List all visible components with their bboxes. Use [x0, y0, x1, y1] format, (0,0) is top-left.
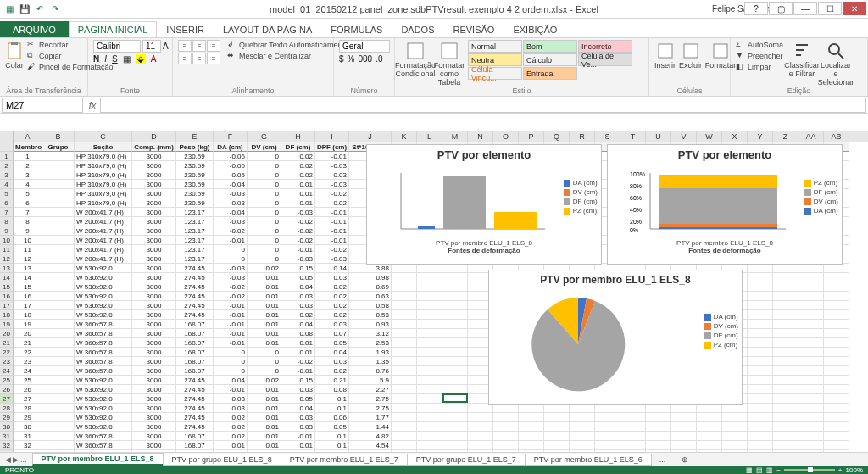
row-header-32[interactable]: 32	[0, 441, 14, 450]
number-format-select[interactable]	[339, 40, 390, 53]
row-header-26[interactable]: 26	[0, 385, 14, 394]
style-good[interactable]: Bom	[523, 40, 577, 53]
col-header-T[interactable]: T	[620, 131, 646, 142]
insert-cells-button[interactable]: Inserir	[654, 40, 676, 70]
row-header-30[interactable]: 30	[0, 422, 14, 432]
row-header-24[interactable]: 24	[0, 366, 14, 376]
underline-button[interactable]: S	[112, 54, 118, 64]
row-headers[interactable]: 1234567891011121314151617181920212223242…	[0, 131, 14, 455]
row-header-21[interactable]: 21	[0, 338, 14, 348]
font-name-select[interactable]	[93, 40, 141, 53]
row-header-5[interactable]: 5	[0, 189, 14, 198]
row-header-31[interactable]: 31	[0, 432, 14, 441]
close-button[interactable]: ✕	[843, 2, 866, 15]
col-header-H[interactable]: H	[281, 131, 315, 142]
fill-button[interactable]: ▼Preencher	[736, 51, 783, 61]
chart-bar[interactable]: PTV por elemento Deslocamento cm DA (cm)…	[366, 144, 602, 265]
row-header-1[interactable]: 1	[0, 152, 14, 161]
row-header-15[interactable]: 15	[0, 282, 14, 292]
row-header-4[interactable]: 4	[0, 180, 14, 189]
row-header-8[interactable]: 8	[0, 217, 14, 226]
sheet-tab-more[interactable]: ...	[651, 454, 675, 465]
col-header-C[interactable]: C	[75, 131, 132, 142]
view-layout-icon[interactable]: ▤	[756, 466, 763, 474]
style-input[interactable]: Entrada	[523, 67, 577, 80]
col-header-O[interactable]: O	[493, 131, 519, 142]
col-header-W[interactable]: W	[697, 131, 722, 142]
col-header-Z[interactable]: Z	[773, 131, 798, 142]
col-header-R[interactable]: R	[570, 131, 595, 142]
sheet-tab-1[interactable]: PTV por grupo ELU_1 ELS_8	[163, 454, 281, 466]
tab-file[interactable]: ARQUIVO	[0, 21, 69, 37]
row-header-6[interactable]: 6	[0, 198, 14, 208]
percent-button[interactable]: %	[348, 54, 355, 64]
sheet-tab-4[interactable]: PTV por membro ELU_1 ELS_6	[525, 454, 652, 466]
new-sheet-button[interactable]: ⊕	[673, 454, 697, 465]
tab-page-layout[interactable]: LAYOUT DA PÁGINA	[214, 21, 321, 37]
prev-sheet-icon[interactable]: ◀	[5, 455, 11, 464]
row-header-16[interactable]: 16	[0, 292, 14, 301]
help-button[interactable]: ?	[744, 2, 768, 15]
sheet-tab-2[interactable]: PTV por membro ELU_1 ELS_7	[281, 454, 408, 466]
decimal-inc-button[interactable]: .0	[376, 54, 382, 64]
find-select-button[interactable]: Localizar e Selecionar	[821, 40, 851, 87]
conditional-format-button[interactable]: Formatação Condicional	[400, 40, 431, 79]
row-header-22[interactable]: 22	[0, 348, 14, 357]
currency-button[interactable]: $	[339, 54, 344, 64]
italic-button[interactable]: I	[104, 54, 107, 64]
col-header-L[interactable]: L	[417, 131, 442, 142]
cell-styles-gallery[interactable]: Normal Bom Incorreto Neutra Cálculo Célu…	[468, 40, 632, 80]
col-header-J[interactable]: J	[349, 131, 392, 142]
merge-center-button[interactable]: ⬌Mesclar e Centralizar	[227, 51, 348, 61]
col-header-A[interactable]: A	[14, 131, 42, 142]
chart-pie[interactable]: PTV por membro ELU_1 ELS_8 DA (cm) DV (c…	[488, 270, 743, 405]
bold-button[interactable]: N	[93, 54, 99, 64]
chart-stacked[interactable]: PTV por elemento 100%80% 60%40% 20%0% PZ…	[607, 144, 843, 265]
row-header-19[interactable]: 19	[0, 320, 14, 329]
row-header-11[interactable]: 11	[0, 245, 14, 254]
col-header-P[interactable]: P	[519, 131, 544, 142]
row-header-7[interactable]: 7	[0, 208, 14, 217]
border-button[interactable]: ▦	[123, 54, 131, 64]
row-header-23[interactable]: 23	[0, 357, 14, 366]
zoom-slider[interactable]	[784, 469, 835, 471]
view-break-icon[interactable]: ▥	[766, 466, 773, 474]
col-header-Y[interactable]: Y	[748, 131, 773, 142]
row-header-20[interactable]: 20	[0, 329, 14, 338]
comma-button[interactable]: 000	[358, 54, 372, 64]
row-header-14[interactable]: 14	[0, 273, 14, 282]
row-header-29[interactable]: 29	[0, 413, 14, 422]
tab-data[interactable]: DADOS	[392, 21, 443, 37]
maximize-button[interactable]: ☐	[818, 2, 842, 15]
row-header-17[interactable]: 17	[0, 301, 14, 310]
tab-review[interactable]: REVISÃO	[444, 21, 504, 37]
fx-icon[interactable]: fx	[85, 100, 100, 110]
row-header-10[interactable]: 10	[0, 236, 14, 245]
row-header-3[interactable]: 3	[0, 170, 14, 180]
col-header-F[interactable]: F	[214, 131, 248, 142]
clear-button[interactable]: ◧Limpar	[736, 62, 783, 72]
font-size-select[interactable]	[142, 40, 161, 53]
ribbon-options-button[interactable]: ▢	[769, 2, 793, 15]
col-header-I[interactable]: I	[315, 131, 349, 142]
row-header-9[interactable]: 9	[0, 226, 14, 236]
style-normal[interactable]: Normal	[468, 40, 522, 53]
font-color-button[interactable]: A	[151, 54, 157, 64]
row-header-28[interactable]: 28	[0, 404, 14, 413]
minimize-button[interactable]: —	[793, 2, 817, 15]
sheet-tab-nav[interactable]: ◀▶...	[0, 455, 32, 464]
row-header-18[interactable]: 18	[0, 310, 14, 320]
zoom-out-icon[interactable]: −	[776, 466, 781, 474]
row-header-2[interactable]: 2	[0, 161, 14, 170]
style-linked[interactable]: Célula Vincu...	[468, 67, 522, 80]
col-header-AB[interactable]: AB	[824, 131, 849, 142]
fill-color-button[interactable]: ⬙	[136, 54, 146, 64]
wrap-text-button[interactable]: ↲Quebrar Texto Automaticamente	[227, 40, 348, 50]
tab-home[interactable]: PÁGINA INICIAL	[69, 21, 158, 37]
increase-font-icon[interactable]: A	[163, 42, 169, 51]
autosum-button[interactable]: ΣAutoSoma	[736, 40, 783, 50]
col-header-E[interactable]: E	[176, 131, 214, 142]
tab-insert[interactable]: INSERIR	[157, 21, 214, 37]
row-header-25[interactable]: 25	[0, 376, 14, 385]
delete-cells-button[interactable]: Excluir	[679, 40, 702, 70]
